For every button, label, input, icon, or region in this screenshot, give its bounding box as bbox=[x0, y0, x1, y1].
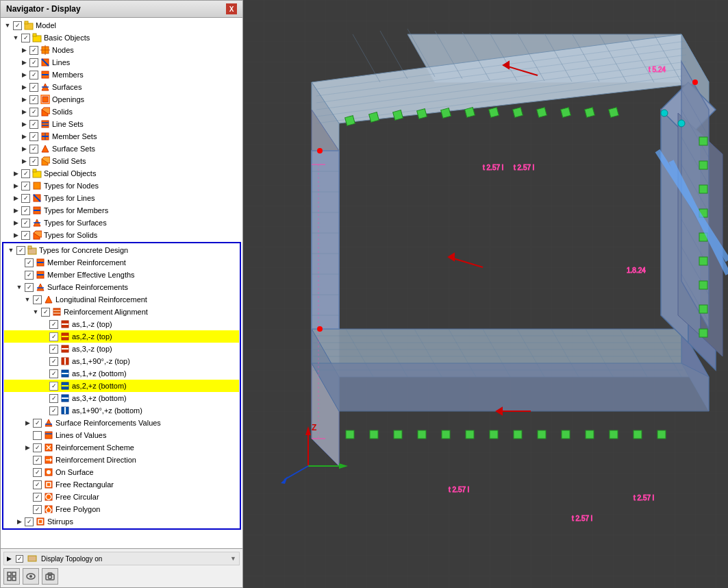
checkbox-as3-z-bottom[interactable] bbox=[49, 394, 58, 403]
checkbox-solid-sets[interactable] bbox=[29, 157, 38, 166]
tree-item-as3-z-top[interactable]: ▶ as,3,-z (top) bbox=[4, 343, 239, 355]
checkbox-surface-reinforcements[interactable] bbox=[25, 283, 34, 292]
expander-lines[interactable]: ▶ bbox=[20, 58, 28, 66]
expander-nodes[interactable]: ▶ bbox=[20, 46, 28, 54]
expander-solid-sets[interactable]: ▶ bbox=[20, 157, 28, 165]
bottom-checkbox[interactable] bbox=[16, 555, 23, 563]
checkbox-as1-90-z-top[interactable] bbox=[49, 357, 58, 366]
eye-button[interactable] bbox=[23, 568, 39, 585]
tree-item-as2-z-top[interactable]: ▶ as,2,-z (top) bbox=[4, 330, 239, 343]
checkbox-types-lines[interactable] bbox=[21, 194, 30, 203]
tree-item-solid-sets[interactable]: ▶ Solid Sets bbox=[1, 155, 242, 167]
tree-container[interactable]: ▼ Model ▼ Basic Objects ▶ Nodes bbox=[1, 18, 242, 548]
tree-item-line-sets[interactable]: ▶ Line Sets bbox=[1, 118, 242, 130]
checkbox-as1-z-bottom[interactable] bbox=[49, 369, 58, 378]
main-viewport[interactable]: Z t 5.24 t 2.57 l t 2.57 l 1.8.24 t 2.57… bbox=[243, 0, 728, 588]
tree-item-on-surface[interactable]: ▶ On Surface bbox=[4, 466, 239, 478]
checkbox-line-sets[interactable] bbox=[29, 120, 38, 129]
tree-item-member-reinforcement[interactable]: ▶ Member Reinforcement bbox=[4, 256, 239, 269]
tree-item-free-circular[interactable]: ▶ Free Circular bbox=[4, 491, 239, 503]
tree-item-types-surfaces[interactable]: ▶ Types for Surfaces bbox=[1, 217, 242, 229]
checkbox-lines[interactable] bbox=[29, 58, 38, 67]
expander-longitudinal-reinforcement[interactable]: ▼ bbox=[23, 295, 32, 304]
expander-surface-sets[interactable]: ▶ bbox=[20, 145, 28, 153]
checkbox-nodes[interactable] bbox=[29, 46, 38, 55]
checkbox-solids[interactable] bbox=[29, 108, 38, 117]
expander-special-objects[interactable]: ▶ bbox=[12, 169, 20, 177]
checkbox-surfaces[interactable] bbox=[29, 83, 38, 92]
tree-item-as1-90-z-bottom[interactable]: ▶ as,1+90°,+z (bottom) bbox=[4, 404, 239, 417]
bottom-expander[interactable]: ▶ bbox=[7, 555, 12, 562]
checkbox-free-polygon[interactable] bbox=[33, 505, 42, 514]
expander-types-surfaces[interactable]: ▶ bbox=[12, 219, 20, 227]
checkbox-reinforcement-direction[interactable] bbox=[33, 456, 42, 465]
tree-item-as1-90-z-top[interactable]: ▶ as,1,+90°,-z (top) bbox=[4, 355, 239, 367]
tree-item-reinforcement-direction[interactable]: ▶ Reinforcement Direction bbox=[4, 454, 239, 466]
tree-item-surface-reinf-values[interactable]: ▶ Surface Reinforcements Values bbox=[4, 417, 239, 429]
tree-item-types-concrete-design[interactable]: ▼ Types for Concrete Design bbox=[4, 244, 239, 256]
tree-item-lines[interactable]: ▶ Lines bbox=[1, 56, 242, 69]
checkbox-member-eff-lengths[interactable] bbox=[25, 271, 34, 280]
tree-item-surface-reinforcements[interactable]: ▼ Surface Reinforcements bbox=[4, 281, 239, 293]
checkbox-reinforcement-alignment[interactable] bbox=[41, 308, 50, 317]
checkbox-members[interactable] bbox=[29, 71, 38, 79]
checkbox-basic-objects[interactable] bbox=[21, 34, 30, 42]
expander-types-solids[interactable]: ▶ bbox=[12, 231, 20, 239]
checkbox-surface-reinf-values[interactable] bbox=[33, 419, 42, 428]
tree-item-solids[interactable]: ▶ Solids bbox=[1, 106, 242, 118]
tree-item-longitudinal-reinforcement[interactable]: ▼ Longitudinal Reinforcement bbox=[4, 293, 239, 306]
checkbox-free-circular[interactable] bbox=[33, 493, 42, 502]
tree-item-members[interactable]: ▶ Members bbox=[1, 69, 242, 81]
checkbox-types-concrete[interactable] bbox=[16, 246, 25, 255]
checkbox-reinforcement-scheme[interactable] bbox=[33, 443, 42, 452]
checkbox-as2-z-top[interactable] bbox=[49, 332, 58, 341]
checkbox-special-objects[interactable] bbox=[21, 169, 30, 178]
checkbox-member-sets[interactable] bbox=[29, 132, 38, 141]
checkbox-surface-sets[interactable] bbox=[29, 145, 38, 154]
expander-surface-reinf-values[interactable]: ▶ bbox=[23, 419, 32, 427]
checkbox-as2-z-bottom[interactable] bbox=[49, 382, 58, 391]
checkbox-model[interactable] bbox=[13, 21, 22, 30]
checkbox-openings[interactable] bbox=[29, 95, 38, 104]
tree-item-surface-sets[interactable]: ▶ Surface Sets bbox=[1, 143, 242, 155]
expander-types-members[interactable]: ▶ bbox=[12, 206, 20, 215]
checkbox-as1-90-z-bottom[interactable] bbox=[49, 406, 58, 415]
expander-line-sets[interactable]: ▶ bbox=[20, 120, 28, 128]
checkbox-types-members[interactable] bbox=[21, 206, 30, 215]
camera-button[interactable] bbox=[42, 568, 58, 585]
expander-types-nodes[interactable]: ▶ bbox=[12, 182, 20, 190]
checkbox-as1-z-top[interactable] bbox=[49, 320, 58, 329]
tree-item-lines-of-values[interactable]: ▶ Lines of Values bbox=[4, 429, 239, 441]
checkbox-types-nodes[interactable] bbox=[21, 182, 30, 191]
grid-button[interactable] bbox=[3, 568, 20, 585]
checkbox-on-surface[interactable] bbox=[33, 468, 42, 477]
expander-types-concrete[interactable]: ▼ bbox=[7, 246, 15, 254]
expander-model[interactable]: ▼ bbox=[3, 21, 12, 29]
checkbox-stirrups[interactable] bbox=[25, 517, 34, 526]
tree-item-nodes[interactable]: ▶ Nodes bbox=[1, 44, 242, 56]
checkbox-lines-of-values[interactable] bbox=[33, 431, 42, 440]
checkbox-as3-z-top[interactable] bbox=[49, 345, 58, 354]
expander-solids[interactable]: ▶ bbox=[20, 108, 28, 116]
expander-members[interactable]: ▶ bbox=[20, 71, 28, 79]
tree-item-reinforcement-alignment[interactable]: ▼ Reinforcement Alignment bbox=[4, 306, 239, 318]
expander-reinforcement-alignment[interactable]: ▼ bbox=[32, 308, 40, 316]
tree-item-types-members[interactable]: ▶ Types for Members bbox=[1, 204, 242, 217]
checkbox-types-solids[interactable] bbox=[21, 231, 30, 240]
tree-item-types-solids[interactable]: ▶ Types for Solids bbox=[1, 229, 242, 241]
tree-item-as3-z-bottom[interactable]: ▶ as,3,+z (bottom) bbox=[4, 392, 239, 404]
tree-item-types-lines[interactable]: ▶ Types for Lines bbox=[1, 192, 242, 204]
tree-item-stirrups[interactable]: ▶ Stirrups bbox=[4, 515, 239, 528]
checkbox-longitudinal-reinforcement[interactable] bbox=[33, 295, 42, 304]
tree-item-member-effective-lengths[interactable]: ▶ Member Effective Lengths bbox=[4, 269, 239, 281]
tree-item-as2-z-bottom[interactable]: ▶ as,2,+z (bottom) bbox=[4, 380, 239, 392]
expander-openings[interactable]: ▶ bbox=[20, 95, 28, 103]
tree-item-free-polygon[interactable]: ▶ Free Polygon bbox=[4, 503, 239, 515]
tree-item-types-nodes[interactable]: ▶ Types for Nodes bbox=[1, 180, 242, 192]
checkbox-member-reinforcement[interactable] bbox=[25, 258, 34, 267]
tree-item-surfaces[interactable]: ▶ Surfaces bbox=[1, 81, 242, 93]
expander-surface-reinforcements[interactable]: ▼ bbox=[15, 283, 23, 291]
tree-item-free-rectangular[interactable]: ▶ Free Rectangular bbox=[4, 478, 239, 491]
expander-stirrups[interactable]: ▶ bbox=[15, 517, 23, 526]
checkbox-free-rectangular[interactable] bbox=[33, 480, 42, 489]
